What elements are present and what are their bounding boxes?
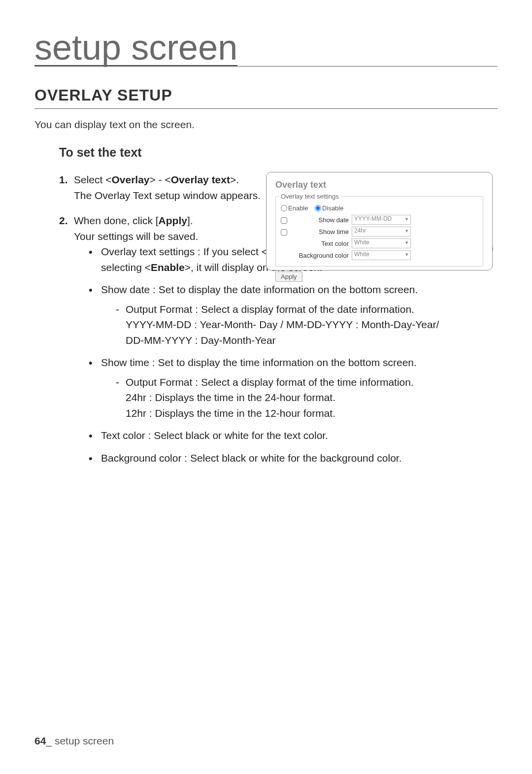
step-2-line2: Your settings will be saved. <box>74 229 281 244</box>
radio-enable[interactable] <box>281 205 287 211</box>
step-2-number: 2. <box>59 213 68 229</box>
row-show-time: Show time 24hr <box>281 227 478 236</box>
label-bg-color: Background color <box>293 252 352 259</box>
title-bar: setup screen <box>34 30 498 67</box>
row-show-date: Show date YYYY-MM-DD <box>281 215 478 225</box>
step-2-pre: When done, click [ <box>74 215 159 226</box>
footer-sep: _ <box>46 735 55 746</box>
bullet-1-bold-2: Enable <box>151 262 185 273</box>
enable-disable-row: Enable Disable <box>281 204 478 212</box>
label-enable: Enable <box>288 204 308 212</box>
intro-text: You can display text on the screen. <box>34 119 498 131</box>
bullet-2-sub-dash: Output Format : Select a display format … <box>116 302 498 317</box>
bullet-2-text: Show date : Set to display the date info… <box>101 284 418 295</box>
bullet-3-sub-l2: 12hr : Displays the time in the 12-hour … <box>116 405 498 421</box>
radio-disable[interactable] <box>315 205 321 211</box>
checkbox-show-time[interactable] <box>281 229 287 236</box>
label-show-time: Show time <box>293 228 352 236</box>
apply-button[interactable]: Apply <box>275 271 302 282</box>
select-text-color[interactable]: White <box>352 238 411 248</box>
step-1-mid: > - < <box>150 174 171 185</box>
dialog-title: Overlay text <box>275 180 483 190</box>
select-bg-color[interactable]: White <box>352 250 411 260</box>
bullet-show-time: Show time : Set to display the time info… <box>89 355 498 421</box>
step-1-line2: The Overlay Text setup window appears. <box>74 188 281 203</box>
select-show-time[interactable]: 24hr <box>352 227 411 236</box>
step-1-post: >. <box>230 174 239 185</box>
fieldset-legend: Overlay text settings <box>279 193 340 200</box>
page-number: 64 <box>34 735 46 746</box>
page-footer: 64_ setup screen <box>34 735 114 747</box>
label-disable: Disable <box>322 204 343 212</box>
step-1-bold-1: Overlay <box>111 174 149 185</box>
label-show-date: Show date <box>293 216 352 224</box>
bullet-3-text: Show time : Set to display the time info… <box>101 357 417 368</box>
bullet-1-pre: Overlay text settings : If you select < <box>101 246 267 257</box>
checkbox-show-date[interactable] <box>281 217 287 224</box>
step-2-post: ]. <box>187 215 193 226</box>
bullet-text-color: Text color : Select black or white for t… <box>89 428 498 443</box>
footer-label: setup screen <box>55 735 114 746</box>
overlay-text-dialog: Overlay text Overlay text settings Enabl… <box>266 172 493 270</box>
select-show-date[interactable]: YYYY-MM-DD <box>352 215 411 225</box>
step-1-text-pre: Select < <box>74 174 111 185</box>
step-1-number: 1. <box>59 172 68 188</box>
row-text-color: Text color White <box>281 238 478 248</box>
step-1-bold-2: Overlay text <box>171 174 230 185</box>
row-bg-color: Background color White <box>281 250 478 260</box>
section-heading: OVERLAY SETUP <box>34 86 498 109</box>
sub-heading: To set the text <box>59 145 498 160</box>
step-2-bold: Apply <box>159 215 187 226</box>
label-text-color: Text color <box>293 240 352 247</box>
bullet-3-sub-l1: 24hr : Displays the time in the 24-hour … <box>116 390 498 405</box>
bullet-2-sub-l1: YYYY-MM-DD : Year-Month- Day / MM-DD-YYY… <box>116 317 498 333</box>
page-title: setup screen <box>34 30 237 66</box>
bullet-show-date: Show date : Set to display the date info… <box>89 282 498 348</box>
bullet-2-sub-l2: DD-MM-YYYY : Day-Month-Year <box>116 333 498 348</box>
bullet-3-sub-dash: Output Format : Select a display format … <box>116 374 498 390</box>
overlay-text-settings-fieldset: Overlay text settings Enable Disable Sho… <box>275 196 483 267</box>
bullet-bg-color: Background color : Select black or white… <box>89 450 498 466</box>
